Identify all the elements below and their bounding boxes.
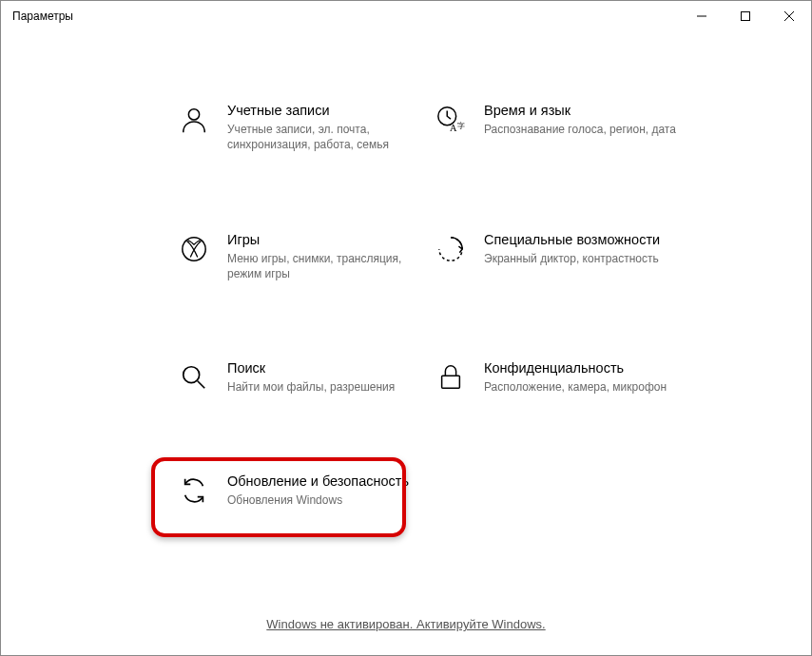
- tile-update-security[interactable]: Обновление и безопасность Обновления Win…: [172, 467, 429, 513]
- tile-title: Игры: [227, 231, 423, 248]
- accessibility-icon: [435, 233, 467, 265]
- tile-search[interactable]: Поиск Найти мои файлы, разрешения: [172, 354, 429, 400]
- tile-desc: Найти мои файлы, разрешения: [227, 379, 423, 395]
- tile-desc: Учетные записи, эл. почта, синхронизация…: [227, 122, 423, 152]
- tile-gaming[interactable]: Игры Меню игры, снимки, трансляция, режи…: [172, 225, 429, 288]
- settings-tiles: Учетные записи Учетные записи, эл. почта…: [172, 96, 811, 514]
- tile-title: Учетные записи: [227, 102, 423, 119]
- tile-privacy[interactable]: Конфиденциальность Расположение, камера,…: [429, 354, 686, 400]
- svg-rect-1: [742, 12, 750, 21]
- svg-rect-11: [442, 376, 460, 388]
- time-language-icon: A 字: [435, 104, 467, 136]
- tile-desc: Расположение, камера, микрофон: [484, 379, 680, 395]
- xbox-icon: [178, 233, 210, 265]
- svg-line-10: [198, 381, 205, 389]
- tile-title: Специальные возможности: [484, 231, 680, 248]
- svg-point-4: [188, 109, 199, 120]
- footer: Windows не активирован. Активируйте Wind…: [1, 615, 811, 632]
- tile-desc: Обновления Windows: [227, 492, 423, 508]
- window-title: Параметры: [12, 10, 680, 23]
- tile-time-language[interactable]: A 字 Время и язык Распознавание голоса, р…: [429, 96, 686, 159]
- tile-accessibility[interactable]: Специальные возможности Экранный диктор,…: [429, 225, 686, 288]
- tile-title: Конфиденциальность: [484, 359, 680, 376]
- update-icon: [178, 474, 210, 507]
- minimize-icon: [697, 11, 706, 21]
- settings-content: Учетные записи Учетные записи, эл. почта…: [1, 96, 811, 608]
- person-icon: [178, 104, 210, 136]
- tile-title: Поиск: [227, 359, 423, 376]
- maximize-button[interactable]: [724, 1, 767, 31]
- svg-point-9: [184, 367, 200, 383]
- tile-desc: Распознавание голоса, регион, дата: [484, 122, 680, 137]
- tile-desc: Меню игры, снимки, трансляция, режим игр…: [227, 251, 423, 281]
- tile-desc: Экранный диктор, контрастность: [484, 251, 680, 266]
- search-icon: [178, 361, 210, 394]
- svg-text:字: 字: [457, 122, 465, 130]
- close-button[interactable]: [767, 1, 811, 31]
- activation-link[interactable]: Windows не активирован. Активируйте Wind…: [266, 617, 545, 631]
- tile-title: Обновление и безопасность: [227, 473, 423, 490]
- minimize-button[interactable]: [680, 1, 724, 31]
- titlebar: Параметры: [1, 1, 811, 31]
- tile-title: Время и язык: [484, 102, 680, 119]
- tile-accounts[interactable]: Учетные записи Учетные записи, эл. почта…: [172, 96, 429, 159]
- close-icon: [784, 11, 794, 21]
- maximize-icon: [741, 11, 750, 21]
- lock-icon: [435, 361, 467, 394]
